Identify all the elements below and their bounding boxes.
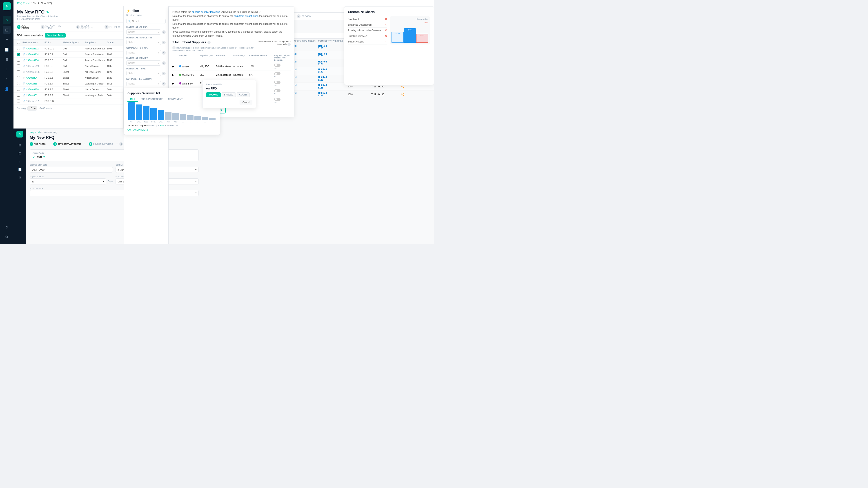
part-name-3[interactable]: 📄NAIndirect205 bbox=[23, 65, 44, 67]
part-name-8[interactable]: 📄NADirect51 bbox=[23, 94, 44, 97]
sort-supplier-icon[interactable]: ⇅ bbox=[95, 41, 96, 43]
sidebar-icon-settings[interactable]: ⚙ bbox=[3, 233, 11, 241]
mtg-currency-select[interactable]: ▾ bbox=[30, 190, 199, 196]
header-checkbox[interactable] bbox=[17, 41, 20, 44]
sort-material-icon[interactable]: ⇅ bbox=[78, 41, 79, 43]
chart-remove-icon-4[interactable]: ✕ bbox=[385, 40, 387, 43]
filter-clear-material-type[interactable]: ✕ bbox=[162, 72, 166, 75]
sidebar-icon-layers[interactable]: ≡ bbox=[3, 35, 11, 43]
sidebar-icon-person[interactable]: 👤 bbox=[3, 85, 11, 93]
filter-select-material-type[interactable]: Select ▾ bbox=[126, 71, 161, 76]
filter-search-input[interactable] bbox=[132, 20, 164, 23]
bottom-icon-chart[interactable]: ◫ bbox=[17, 150, 23, 157]
filter-select-commodity-type[interactable]: Select ▾ bbox=[126, 50, 161, 55]
filter-row-material-subclass: Select ▾ ✕ bbox=[126, 40, 166, 45]
part-name-1[interactable]: 📄NADirect114 bbox=[23, 53, 44, 56]
bottom-logo[interactable]: S bbox=[17, 131, 23, 137]
page-size-select[interactable]: 10 20 50 bbox=[27, 106, 37, 110]
part-name-0[interactable]: 📄NADirect102 bbox=[23, 47, 44, 50]
filter-clear-material-class[interactable]: ✕ bbox=[162, 30, 166, 34]
modal-cancel-row: Cancel bbox=[206, 100, 252, 105]
row-toggle-2[interactable]: No bbox=[274, 80, 290, 86]
payment-terms-select[interactable]: 60 ▾ bbox=[30, 178, 106, 185]
contract-start-input[interactable]: Oct 8, 2020 bbox=[30, 167, 113, 172]
toggle-unique-quote-0[interactable] bbox=[274, 64, 280, 67]
quote-info-icon[interactable]: ? bbox=[287, 43, 290, 46]
vol-btn-count[interactable]: COUNT bbox=[237, 92, 250, 97]
row-expand-0[interactable]: ▶ bbox=[173, 65, 179, 68]
part-name-7[interactable]: 📄NADirect150 bbox=[23, 88, 44, 91]
row-checkbox-3[interactable] bbox=[17, 64, 23, 68]
breadcrumb-rfq-portal[interactable]: RFQ Portal bbox=[17, 2, 29, 4]
so-tab-mill[interactable]: MILL bbox=[127, 97, 138, 102]
row-checkbox-9[interactable] bbox=[17, 100, 23, 103]
filter-clear-material-subclass[interactable]: ✕ bbox=[162, 41, 166, 44]
chart-remove-icon-0[interactable]: ✕ bbox=[385, 18, 387, 21]
toggle-unique-quote-1[interactable] bbox=[274, 72, 280, 75]
toggle-unique-quote-3[interactable] bbox=[274, 89, 280, 92]
row-toggle-0[interactable]: No bbox=[274, 64, 290, 69]
cancel-button[interactable]: Cancel bbox=[240, 100, 252, 105]
part-name-9[interactable]: 📄NAIndirect17 bbox=[23, 100, 44, 102]
toggle-unique-quote-2[interactable] bbox=[274, 80, 280, 84]
filter-clear-material-family[interactable]: ✕ bbox=[162, 61, 166, 65]
filter-select-material-family[interactable]: Select ▾ bbox=[126, 60, 161, 66]
row-toggle-1[interactable]: No bbox=[274, 72, 290, 78]
row-checkbox-4[interactable] bbox=[17, 70, 23, 74]
part-name-6[interactable]: 📄NADirect65 bbox=[23, 83, 44, 85]
chart-remove-icon-2[interactable]: ✕ bbox=[385, 29, 387, 32]
part-material-0: Coil bbox=[63, 47, 85, 50]
vol-btn-volume[interactable]: VOLUME bbox=[206, 92, 221, 97]
row-checkbox-8[interactable] bbox=[17, 94, 23, 97]
app-logo[interactable]: S bbox=[3, 2, 11, 10]
part-name-5[interactable]: 📄NADirect94 bbox=[23, 76, 44, 79]
sort-grade-icon[interactable]: ⇅ bbox=[50, 42, 51, 44]
row-checkbox-2[interactable] bbox=[17, 59, 23, 62]
incumbent-info-icon[interactable]: i bbox=[208, 41, 211, 44]
bottom-icon-grid[interactable]: ⊞ bbox=[17, 142, 23, 149]
row-checkbox-7[interactable] bbox=[17, 88, 23, 91]
sidebar-icon-home[interactable]: ⌂ bbox=[3, 16, 11, 24]
bottom-icon-settings[interactable]: ⚙ bbox=[17, 174, 23, 181]
sidebar-icon-file[interactable]: 📄 bbox=[3, 45, 11, 54]
go-to-suppliers-button[interactable]: GO TO SUPPLIERS bbox=[127, 129, 216, 131]
part-name-4[interactable]: 📄NAIndirect186 bbox=[23, 71, 44, 73]
row-toggle-4[interactable]: No bbox=[274, 98, 290, 103]
row-toggle-3[interactable]: No bbox=[274, 89, 290, 95]
row-checkbox-5[interactable] bbox=[17, 76, 23, 79]
filter-section-commodity-type: Commodity Type Select ▾ ✕ bbox=[126, 47, 166, 55]
so-tab-component[interactable]: COMPONENT bbox=[165, 97, 185, 102]
sidebar-icon-upload[interactable]: ↑ bbox=[3, 75, 11, 83]
sidebar-icon-download[interactable]: ↓ bbox=[3, 65, 11, 73]
select-all-parts-button[interactable]: Select All Parts bbox=[45, 33, 66, 37]
so-tab-ssc[interactable]: SSC & PROCESSOR bbox=[138, 97, 165, 102]
row-checkbox-1[interactable] bbox=[17, 53, 23, 56]
filter-clear-commodity-type[interactable]: ✕ bbox=[162, 51, 166, 55]
row-expand-1[interactable]: ▶ bbox=[173, 74, 179, 76]
chart-remove-icon-3[interactable]: ✕ bbox=[385, 34, 387, 37]
row-checkbox-6[interactable] bbox=[17, 82, 23, 86]
filter-clear-supplier-location[interactable]: ✕ bbox=[162, 82, 166, 86]
sidebar-icon-map[interactable]: ⊞ bbox=[3, 55, 11, 63]
sort-icon[interactable]: ⇅ bbox=[314, 40, 316, 42]
bottom-breadcrumb-portal[interactable]: RFQ Portal bbox=[30, 131, 40, 133]
part-name-2[interactable]: 📄NADirect154 bbox=[23, 59, 44, 62]
bottom-step-4-num: 4 bbox=[119, 142, 123, 146]
sidebar-icon-help[interactable]: ? bbox=[3, 224, 11, 232]
filter-select-material-subclass[interactable]: Select ▾ bbox=[126, 40, 161, 45]
bottom-icon-file[interactable]: 📄 bbox=[17, 166, 23, 173]
bottom-icon-download[interactable]: ↓ bbox=[17, 158, 23, 165]
vol-btn-spread[interactable]: SPREAD bbox=[222, 92, 236, 97]
row-checkbox-0[interactable] bbox=[17, 47, 23, 50]
filter-select-supplier-location[interactable]: Select ▾ bbox=[126, 81, 161, 86]
edit-parts-icon[interactable]: ✎ bbox=[43, 155, 45, 158]
filter-search-box[interactable]: 🔍 bbox=[126, 19, 166, 24]
filter-select-material-class[interactable]: Select ▾ bbox=[126, 29, 161, 35]
sidebar-icon-chart[interactable]: ◫ bbox=[3, 26, 11, 34]
chart-remove-icon-1[interactable]: ✕ bbox=[385, 23, 387, 26]
sort-part-number-icon[interactable]: ⇅ bbox=[37, 42, 38, 44]
row-expand-2[interactable]: ▶ bbox=[173, 82, 179, 85]
edit-rfq-title-icon[interactable]: ✎ bbox=[46, 10, 49, 14]
part-val-6: 1012 bbox=[107, 83, 120, 85]
toggle-unique-quote-4[interactable] bbox=[274, 98, 280, 101]
